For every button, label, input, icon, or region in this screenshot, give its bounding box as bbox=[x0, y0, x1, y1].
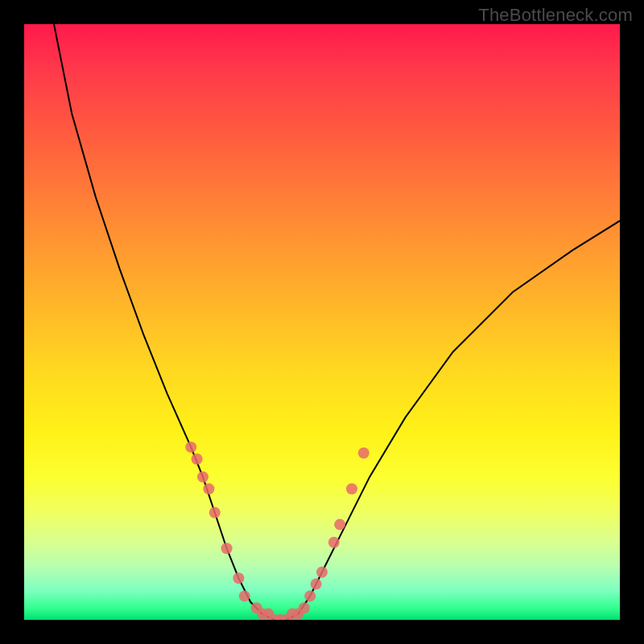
data-marker bbox=[328, 537, 340, 548]
data-marker bbox=[257, 609, 268, 620]
data-marker bbox=[251, 602, 262, 613]
data-marker bbox=[316, 567, 328, 578]
data-marker bbox=[197, 471, 208, 482]
data-marker bbox=[269, 614, 280, 620]
curve-line bbox=[54, 24, 620, 620]
watermark-text: TheBottleneck.com bbox=[478, 5, 633, 26]
data-marker bbox=[346, 483, 357, 494]
data-marker bbox=[221, 543, 233, 554]
data-marker bbox=[281, 614, 292, 620]
data-marker bbox=[192, 453, 203, 464]
data-marker bbox=[239, 590, 250, 601]
data-marker bbox=[358, 448, 369, 459]
data-marker bbox=[334, 519, 345, 530]
data-marker bbox=[287, 609, 298, 620]
data-marker bbox=[311, 579, 322, 590]
data-marker bbox=[233, 572, 244, 584]
curve-svg bbox=[24, 24, 620, 620]
data-markers bbox=[185, 441, 369, 620]
data-marker bbox=[304, 590, 316, 601]
data-marker bbox=[203, 483, 214, 494]
data-marker bbox=[185, 441, 196, 452]
bottleneck-curve bbox=[54, 24, 620, 620]
data-marker bbox=[209, 507, 221, 518]
data-marker bbox=[299, 602, 310, 613]
plot-area bbox=[24, 24, 620, 620]
data-marker bbox=[292, 609, 303, 620]
data-marker bbox=[262, 609, 274, 620]
chart-frame: TheBottleneck.com bbox=[0, 0, 644, 644]
data-marker bbox=[275, 614, 286, 620]
